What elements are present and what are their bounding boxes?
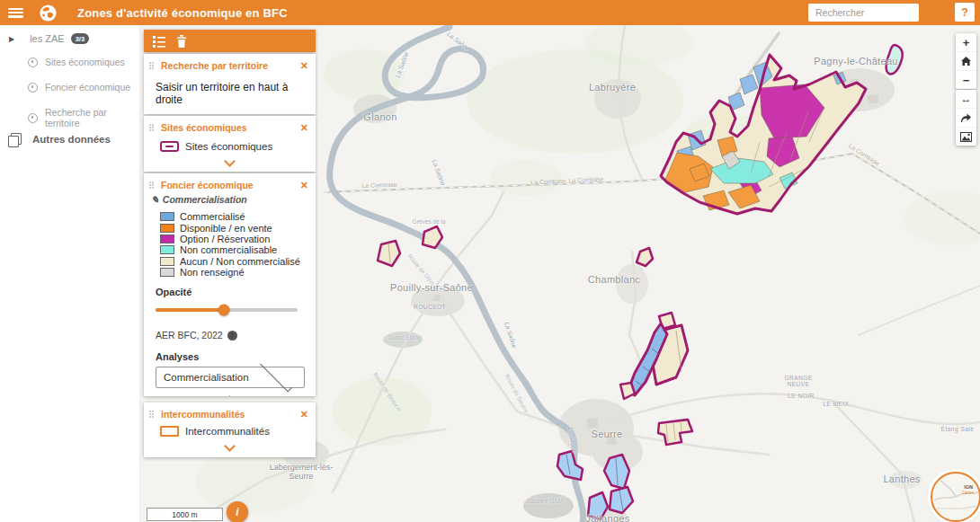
search-input[interactable] — [808, 7, 937, 18]
analysis-name: Commercialisation — [163, 194, 247, 205]
bullseye-icon — [28, 83, 38, 93]
screenshot-button[interactable] — [956, 127, 976, 146]
app-window: Zones d'activité économique en BFC ⋮ ? ▶… — [0, 0, 980, 522]
sidebar-item-label: Foncier économique — [45, 82, 130, 93]
tool-controls: ↔ — [956, 90, 976, 146]
basemap-label: IGN — [964, 484, 973, 490]
globe-icon — [39, 4, 58, 22]
interco-swatch-icon — [160, 426, 179, 437]
map-area[interactable]: GlanonLabruyèrePagny-le-ChâteauPouilly-s… — [139, 25, 980, 522]
legend-swatch — [160, 212, 174, 221]
site-swatch-icon — [160, 141, 179, 152]
legend-row: Sites économiques — [144, 134, 316, 152]
page-title: Zones d'activité économique en BFC — [77, 6, 288, 20]
panel-hint-text: Saisir un territoire en haut à droite — [144, 72, 316, 106]
share-button[interactable] — [956, 108, 976, 127]
sidebar-item-label: Autres données — [32, 134, 111, 145]
legend-row: Disponible / en vente — [160, 222, 316, 233]
panel-title: Sites économiques — [161, 122, 247, 133]
basemap-preview — [932, 473, 979, 520]
zoom-out-button[interactable]: − — [956, 70, 976, 89]
analyses-label: Analyses — [144, 341, 316, 362]
trash-icon[interactable] — [176, 35, 187, 48]
zoom-controls: + − — [956, 33, 976, 89]
panel-intercommunalites: intercommunalités ✕ Intercommunalités — [144, 403, 316, 457]
sidebar-item-label: les ZAE — [30, 33, 65, 44]
help-button[interactable]: ? — [955, 3, 975, 22]
legend-row: Option / Réservation — [160, 234, 316, 244]
source-label: AER BFC, 2022 — [156, 330, 223, 341]
legend-label: Sites économiques — [185, 141, 272, 152]
legend-swatch — [160, 234, 174, 243]
measure-button[interactable]: ↔ — [956, 90, 976, 108]
drag-handle-icon[interactable] — [149, 181, 156, 190]
sidebar-item-sites-economiques[interactable]: Sites économiques — [28, 57, 125, 67]
legend-swatch — [160, 245, 174, 254]
close-icon[interactable]: ✕ — [300, 181, 308, 190]
legend-list-icon[interactable] — [153, 35, 165, 48]
legend-row: Aucun / Non commercialisé — [160, 256, 316, 267]
source-row: AER BFC, 2022 i — [144, 315, 316, 341]
legend-swatch — [160, 268, 174, 277]
image-icon — [960, 132, 972, 142]
legend-label: Option / Réservation — [180, 234, 270, 244]
panel-stack: Recherche par territoire ✕ Saisir un ter… — [144, 30, 316, 459]
analyses-select[interactable]: Commercialisation — [156, 367, 305, 388]
panel-title: intercommunalités — [161, 409, 245, 420]
sidebar-item-label: Sites économiques — [45, 57, 125, 67]
expander-triangle-icon[interactable]: ▶ — [9, 35, 14, 43]
home-button[interactable] — [956, 51, 976, 70]
zoom-in-button[interactable]: + — [956, 33, 976, 51]
search-box: ⋮ — [808, 4, 919, 22]
close-icon[interactable]: ✕ — [300, 61, 308, 71]
share-arrow-icon — [960, 112, 972, 123]
sidebar-item-label: Recherche par territoire — [45, 107, 139, 128]
sidebar-item-recherche-territoire[interactable]: Recherche par territoire — [28, 107, 139, 128]
basemap-label: Cartes — [962, 491, 974, 495]
panel-foncier-economique: Foncier économique ✕ ✎ Commercialisation… — [144, 173, 316, 396]
sidebar-item-autres-donnees[interactable]: Autres données — [11, 133, 111, 145]
chevron-down-icon — [260, 360, 292, 393]
bullseye-icon — [28, 113, 38, 123]
chevron-up-icon[interactable] — [224, 395, 236, 396]
legend-swatch — [160, 224, 174, 233]
legend-label: Aucun / Non commercialisé — [180, 256, 300, 267]
chevron-down-icon[interactable] — [224, 110, 236, 114]
opacity-slider[interactable] — [156, 303, 298, 315]
legend-label: Commercialisé — [180, 211, 245, 222]
legend-row: Non renseigné — [160, 267, 316, 278]
panel-sites-economiques: Sites économiques ✕ Sites économiques — [144, 116, 316, 172]
opacity-label: Opacité — [144, 278, 316, 297]
scale-bar: 1000 m — [147, 508, 223, 521]
legend-label: Intercommunalités — [185, 426, 270, 437]
info-button[interactable]: i — [227, 501, 248, 522]
analyses-select-value: Commercialisation — [164, 372, 249, 383]
menu-icon[interactable] — [8, 8, 23, 18]
legend-label: Non commercialisable — [180, 244, 277, 255]
home-icon — [960, 56, 972, 66]
legend-label: Disponible / en vente — [180, 223, 272, 234]
sidebar-item-foncier-economique[interactable]: Foncier économique — [28, 82, 130, 93]
app-header: Zones d'activité économique en BFC ⋮ ? — [0, 0, 980, 25]
legend-row: Non commercialisable — [160, 244, 316, 255]
drag-handle-icon[interactable] — [149, 411, 156, 419]
panel-recherche-territoire: Recherche par territoire ✕ Saisir un ter… — [144, 54, 316, 114]
close-icon[interactable]: ✕ — [300, 123, 308, 133]
drag-handle-icon[interactable] — [149, 124, 156, 132]
sidebar-item-les-zae[interactable]: ▶ les ZAE 3/3 — [9, 33, 89, 44]
legend-label: Non renseigné — [180, 267, 245, 278]
panel-toolbar — [144, 30, 316, 52]
scale-label: 1000 m — [172, 510, 197, 519]
chevron-down-icon[interactable] — [224, 440, 236, 452]
slider-thumb[interactable] — [218, 305, 229, 316]
count-badge: 3/3 — [71, 33, 89, 44]
chevron-down-icon[interactable] — [224, 155, 236, 167]
panel-title: Recherche par territoire — [161, 60, 268, 71]
close-icon[interactable]: ✕ — [300, 410, 308, 420]
legend-row: Commercialisé — [160, 211, 316, 222]
info-icon[interactable]: i — [227, 331, 237, 341]
panel-title: Foncier économique — [161, 180, 254, 190]
basemap-switcher[interactable]: IGN Cartes — [931, 472, 980, 522]
drag-handle-icon[interactable] — [149, 62, 156, 70]
foncier-legend: Commercialisé Disponible / en vente Opti… — [144, 205, 316, 278]
